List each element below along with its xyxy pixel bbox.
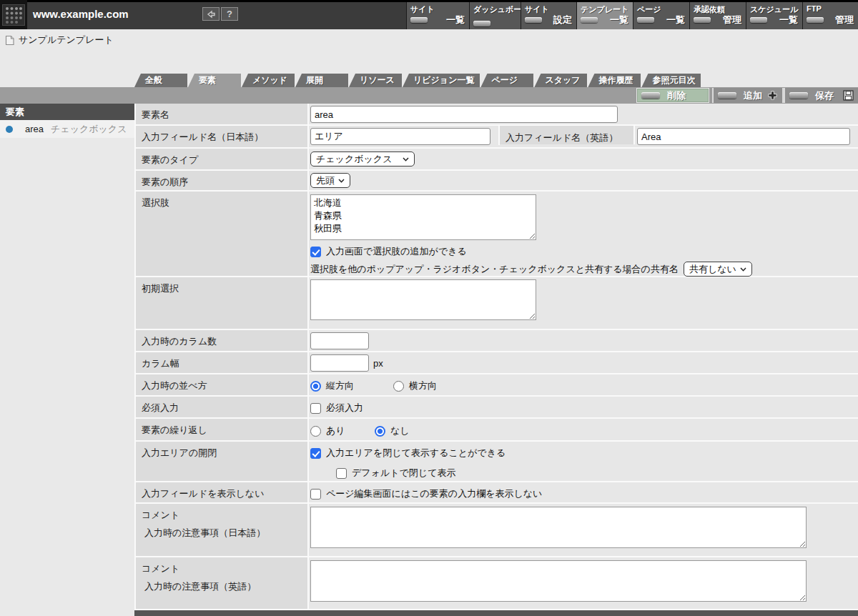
nav-site-list[interactable]: サイト 一覧: [406, 2, 469, 29]
nav-pill-icon: [525, 17, 542, 23]
row-element-name: 要素名: [136, 104, 858, 126]
field-name-ja-label: 入力フィールド名（日本語）: [136, 126, 309, 147]
nav-pill-icon: [473, 21, 490, 26]
sidebar-header: 要素: [0, 104, 134, 120]
input-columns-input[interactable]: [310, 332, 369, 349]
nav-site-settings[interactable]: サイト 設定: [521, 2, 576, 29]
nav-pill-icon: [807, 17, 824, 23]
collapse-default-checkbox[interactable]: [336, 468, 347, 479]
field-name-ja-input[interactable]: [310, 128, 490, 145]
px-unit-label: px: [373, 358, 383, 369]
tab-expand[interactable]: 展開: [295, 74, 348, 87]
repeat-no-label: なし: [390, 424, 410, 437]
delete-button[interactable]: 削除: [636, 88, 709, 103]
floppy-disk-icon: [843, 90, 854, 101]
hide-field-checkbox[interactable]: [310, 489, 321, 500]
comment-ja-row-label: コメント 入力時の注意事項（日本語）: [136, 504, 309, 556]
collapse-enable-label: 入力エリアを閉じて表示することができる: [326, 447, 506, 459]
tab-elements[interactable]: 要素: [188, 74, 241, 87]
nav-ftp-manage[interactable]: FTP 管理: [802, 2, 858, 29]
tab-methods[interactable]: メソッド: [242, 74, 295, 87]
row-required: 必須入力 必須入力: [136, 397, 858, 419]
breadcrumb: サンプルテンプレート: [4, 34, 114, 46]
sidebar-item-area[interactable]: area チェックボックス: [0, 120, 134, 138]
element-type-row-label: 要素のタイプ: [136, 149, 309, 169]
row-column-width: カラム幅 px: [136, 352, 858, 374]
arrangement-horizontal-radio[interactable]: [393, 381, 404, 392]
tab-pages[interactable]: ページ: [480, 74, 533, 87]
element-order-select[interactable]: 先頭: [310, 173, 350, 188]
nav-pill-icon: [410, 17, 428, 23]
tab-general[interactable]: 全般: [134, 74, 187, 87]
column-width-row-label: カラム幅: [136, 352, 309, 373]
back-button[interactable]: [202, 7, 220, 21]
nav-pill-icon: [581, 17, 598, 23]
arrangement-horizontal-label: 横方向: [409, 379, 437, 392]
row-initial-selection: 初期選択: [136, 277, 858, 330]
save-button[interactable]: 保存: [784, 88, 858, 103]
nav-pill-icon: [637, 17, 654, 23]
form-bottom-bar: [134, 610, 858, 616]
choices-share-label: 選択肢を他のポップアップ・ラジオボタン・チェックボックスと共有する場合の共有名: [310, 263, 679, 276]
tab-references[interactable]: 参照元目次: [641, 74, 701, 87]
field-name-en-label: 入力フィールド名（英語）: [500, 126, 635, 144]
element-name-row-label: 要素名: [136, 104, 309, 124]
element-edit-form: 要素名 入力フィールド名（日本語） 入力フィールド名（英語） 要素のタイプ チェ…: [134, 104, 858, 610]
nav-page-list[interactable]: ページ 一覧: [633, 2, 689, 29]
initial-selection-textarea[interactable]: [310, 279, 536, 320]
row-input-columns: 入力時のカラム数: [136, 330, 858, 352]
row-repeat: 要素の繰り返し あり なし: [136, 419, 858, 442]
help-button[interactable]: ?: [221, 7, 238, 21]
arrangement-row-label: 入力時の並べ方: [136, 374, 309, 395]
tab-history[interactable]: 操作履歴: [588, 74, 641, 87]
initial-selection-row-label: 初期選択: [136, 277, 309, 329]
nav-template-list[interactable]: テンプレート 一覧: [576, 2, 633, 29]
tab-bar: 全般 要素 メソッド 展開 リソース リビジョン一覧 ページ スタッフ 操作履歴…: [134, 74, 701, 87]
choices-row-label: 選択肢: [136, 192, 309, 276]
field-name-en-input[interactable]: [637, 128, 850, 145]
nav-approval-manage[interactable]: 承認依頼 管理: [689, 2, 746, 29]
top-bar: www.example.com ? サイト 一覧 ダッシュボード サイト 設定 …: [0, 0, 858, 29]
action-toolbar: 削除 追加 保存: [0, 87, 858, 104]
required-row-label: 必須入力: [136, 397, 309, 417]
grid-logo-icon: [2, 4, 25, 26]
nav-pill-icon: [694, 17, 711, 23]
app-logo[interactable]: [0, 0, 27, 29]
tab-revisions[interactable]: リビジョン一覧: [403, 74, 480, 87]
choices-share-select[interactable]: 共有しない: [684, 262, 752, 277]
hide-field-checkbox-label: ページ編集画面にはこの要素の入力欄を表示しない: [326, 487, 542, 500]
comment-en-textarea[interactable]: [310, 560, 807, 602]
tab-resources[interactable]: リソース: [349, 74, 402, 87]
add-button[interactable]: 追加: [712, 88, 784, 103]
row-choices: 選択肢 北海道 青森県 秋田県 入力画面で選択肢の追加ができる 選択肢を他のポッ…: [136, 192, 858, 277]
document-icon: [4, 35, 15, 46]
column-width-input[interactable]: [310, 354, 369, 372]
element-name-input[interactable]: [310, 106, 618, 123]
collapse-row-label: 入力エリアの開閉: [136, 442, 309, 481]
plus-icon: [767, 90, 778, 101]
repeat-yes-radio[interactable]: [310, 426, 321, 437]
nav-dashboard[interactable]: ダッシュボード: [469, 2, 521, 29]
choices-textarea[interactable]: 北海道 青森県 秋田県: [310, 194, 536, 240]
repeat-no-radio[interactable]: [375, 426, 385, 437]
comment-en-row-label: コメント 入力時の注意事項（英語）: [136, 557, 309, 609]
element-name-label: area: [25, 124, 44, 134]
repeat-row-label: 要素の繰り返し: [136, 419, 309, 440]
nav-schedule-list[interactable]: スケジュール 一覧: [746, 2, 802, 29]
collapse-enable-checkbox[interactable]: [310, 448, 321, 459]
page-title: サンプルテンプレート: [19, 34, 114, 46]
chevron-down-icon: [740, 267, 746, 272]
element-type-select[interactable]: チェックボックス: [310, 151, 415, 167]
choices-addable-checkbox[interactable]: [310, 247, 321, 257]
row-element-type: 要素のタイプ チェックボックス: [136, 149, 858, 171]
row-collapse: 入力エリアの開閉 入力エリアを閉じて表示することができる デフォルトで閉じて表示: [136, 442, 858, 482]
comment-ja-textarea[interactable]: [310, 507, 807, 548]
element-order-row-label: 要素の順序: [136, 171, 309, 190]
required-checkbox[interactable]: [310, 403, 321, 414]
back-arrow-icon: [206, 10, 216, 19]
element-type-label: チェックボックス: [51, 123, 127, 136]
arrangement-vertical-radio[interactable]: [310, 381, 321, 392]
button-pill-icon: [789, 92, 808, 99]
choices-addable-label: 入力画面で選択肢の追加ができる: [326, 245, 467, 258]
tab-staff[interactable]: スタッフ: [534, 74, 587, 87]
